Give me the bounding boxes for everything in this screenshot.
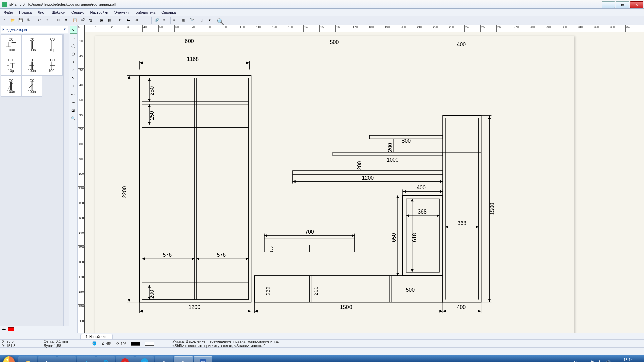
task-chrome[interactable]: 🌐 — [96, 356, 115, 362]
magnifier-icon: 🔍 — [71, 116, 76, 121]
color-chip[interactable] — [8, 327, 14, 331]
undo-button[interactable]: ↶ — [37, 17, 44, 24]
library-category-combo[interactable]: Конденсаторы ▼ — [1, 26, 68, 33]
ruler-corner[interactable]: ↖ — [78, 25, 85, 32]
fill-chip[interactable] — [145, 342, 154, 346]
action-center-icon[interactable]: ⚑ — [590, 360, 594, 362]
bezier-tool[interactable]: ∿ — [70, 74, 77, 82]
duplicate-button[interactable]: ×2 — [80, 17, 87, 24]
library-item[interactable]: C0╫100n — [42, 55, 63, 76]
maximize-button[interactable]: ▭ — [616, 1, 629, 8]
ungroup-button[interactable]: ▤ — [107, 17, 114, 24]
menu-file[interactable]: Файл — [1, 9, 16, 15]
menu-template[interactable]: Шаблон — [49, 9, 68, 15]
network-icon[interactable]: 🖧 — [598, 360, 602, 362]
zoom-tool[interactable]: 🔍 — [70, 115, 77, 122]
task-splan[interactable]: ✎ — [174, 356, 193, 362]
menu-library[interactable]: Библиотека — [132, 9, 158, 15]
page-button[interactable]: ▯ — [200, 17, 207, 24]
menu-element[interactable]: Элемент — [111, 9, 132, 15]
language-indicator[interactable]: RU — [572, 359, 581, 362]
group-button[interactable]: ▣ — [99, 17, 106, 24]
textbox-icon: ab — [71, 101, 75, 104]
mirror-v-button[interactable]: ⇵ — [134, 17, 142, 24]
canvas-area: ↖ 10203040506070809010011012013014015016… — [78, 25, 644, 333]
library-scrollbar[interactable] — [63, 34, 69, 326]
textbox-tool[interactable]: ab — [70, 99, 77, 106]
poly-tool[interactable]: ⬠ — [70, 50, 77, 58]
line-tool[interactable]: ／ — [70, 66, 77, 74]
component-button[interactable]: ⚙ — [161, 17, 169, 24]
clock[interactable]: 13:14 18.09.2014 — [614, 358, 635, 362]
paste-button[interactable]: 📋 — [72, 17, 79, 24]
link-button[interactable]: 🔗 — [153, 17, 161, 24]
angle-45[interactable]: ∠ 45° — [101, 341, 112, 346]
align-button[interactable]: ☰ — [142, 17, 150, 24]
copy-button[interactable]: ⧉ — [64, 17, 71, 24]
menu-sheet[interactable]: Лист — [35, 9, 48, 15]
group-icon: ▣ — [100, 18, 105, 23]
angle-10[interactable]: ⟳ 10° — [116, 341, 126, 346]
rotate-button[interactable]: ⟳ — [118, 17, 125, 24]
link-icon: 🔗 — [154, 18, 160, 23]
delete-button[interactable]: 🗑 — [88, 17, 95, 24]
sheet-tab[interactable]: 1: Новый лист — [80, 334, 113, 339]
library-item[interactable]: C0╫10µ — [42, 34, 63, 55]
minimize-button[interactable]: ─ — [602, 1, 615, 8]
menu-edit[interactable]: Правка — [16, 9, 34, 15]
rect-tool[interactable]: ▭ — [70, 34, 77, 42]
task-utorrent[interactable]: µ — [57, 356, 76, 362]
show-desktop-button[interactable] — [639, 355, 643, 362]
task-explorer[interactable]: 📁 — [18, 356, 37, 362]
text-tool[interactable]: abI — [70, 90, 77, 98]
library-item[interactable]: C0╫100n — [21, 34, 42, 55]
special-tool[interactable]: ✦ — [70, 58, 77, 66]
library-item[interactable]: C0╫̸100n — [21, 76, 42, 97]
circle-tool[interactable]: ◯ — [70, 42, 77, 50]
library-item[interactable]: C0⊥⊤100n — [1, 34, 21, 55]
drawing-canvas[interactable]: 600 500 400 1168 — [85, 32, 644, 333]
redo-button[interactable]: ↷ — [45, 17, 52, 24]
ruler-tick: 170 — [352, 25, 358, 32]
menu-settings[interactable]: Настройки — [88, 9, 111, 15]
task-media-player[interactable]: ▶ — [38, 356, 57, 362]
print-button[interactable]: 🖶 — [25, 17, 33, 24]
image-tool[interactable]: 🖼 — [70, 107, 77, 114]
capacitor-icon: ╫ — [50, 41, 55, 48]
grid-button[interactable]: ▦ — [180, 17, 188, 24]
volume-icon[interactable]: 🔊 — [605, 360, 611, 362]
task-skype[interactable]: S — [135, 356, 154, 362]
menu-help[interactable]: Справка — [159, 9, 178, 15]
close-button[interactable]: ✕ — [630, 1, 643, 8]
svg-text:400: 400 — [457, 42, 466, 47]
library-item[interactable]: C0╫100n — [21, 55, 42, 76]
svg-marker-36 — [192, 257, 194, 260]
task-opera[interactable]: O — [116, 356, 135, 362]
task-word[interactable]: W — [194, 356, 212, 362]
snap-button[interactable]: ⌗ — [172, 17, 180, 24]
start-button[interactable] — [0, 355, 18, 362]
svg-marker-126 — [254, 310, 258, 312]
task-notepad[interactable]: ✎ — [155, 356, 173, 362]
pointer-tool[interactable]: ↖ — [70, 26, 77, 34]
find-button[interactable]: 🔭 — [189, 17, 196, 24]
library-item[interactable]: C0╫̸100n — [1, 76, 21, 97]
zoom-button[interactable]: 🔍 — [216, 17, 223, 24]
dropdown-button[interactable]: ▾ — [208, 17, 215, 24]
open-button[interactable]: 📂 — [9, 17, 17, 24]
node-tool[interactable]: ✛ — [70, 82, 77, 90]
app-icon — [2, 2, 7, 7]
fill-toggle[interactable]: 🪣 — [92, 341, 97, 346]
stroke-chip[interactable] — [131, 342, 140, 346]
ruler-tick: 70 — [78, 127, 85, 131]
cut-button[interactable]: ✂ — [56, 17, 63, 24]
menu-service[interactable]: Сервис — [69, 9, 87, 15]
task-ie[interactable]: e — [77, 356, 96, 362]
mirror-h-button[interactable]: ⇋ — [126, 17, 133, 24]
save-button[interactable]: 💾 — [17, 17, 25, 24]
library-item[interactable]: +C0⊦⊤10µ — [1, 55, 21, 76]
tray-chevron-up-icon[interactable]: ▴ — [585, 360, 587, 362]
snap-toggle[interactable]: ⌗ — [85, 341, 87, 346]
svg-marker-88 — [403, 190, 406, 193]
new-button[interactable]: 🗋 — [1, 17, 9, 24]
